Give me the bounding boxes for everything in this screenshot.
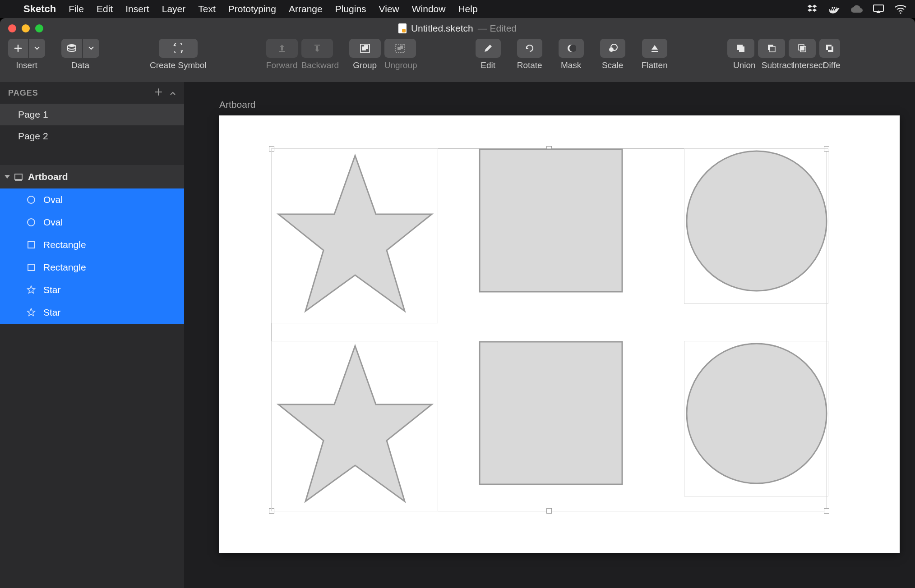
docker-icon[interactable] bbox=[828, 3, 840, 15]
svg-rect-0 bbox=[873, 5, 883, 11]
window-zoom-button[interactable] bbox=[35, 24, 43, 32]
menu-file[interactable]: File bbox=[69, 4, 84, 14]
menu-plugins[interactable]: Plugins bbox=[335, 4, 366, 14]
canvas[interactable]: Artboard bbox=[184, 82, 915, 588]
macos-menubar: Sketch File Edit Insert Layer Text Proto… bbox=[0, 0, 915, 18]
oval-icon bbox=[26, 195, 36, 205]
layer-item-star-2[interactable]: Star bbox=[0, 301, 184, 324]
star-icon bbox=[26, 285, 36, 295]
layer-item-rectangle-1[interactable]: Rectangle bbox=[0, 234, 184, 256]
scale-label: Scale bbox=[602, 60, 624, 70]
menu-window[interactable]: Window bbox=[412, 4, 446, 14]
document-edited-indicator: — Edited bbox=[478, 23, 517, 34]
artboard-section-label: Artboard bbox=[28, 171, 68, 182]
pages-label: PAGES bbox=[8, 88, 38, 98]
svg-rect-16 bbox=[739, 46, 744, 52]
layer-item-oval-2[interactable]: Oval bbox=[0, 211, 184, 234]
svg-rect-25 bbox=[28, 264, 34, 271]
star-icon bbox=[26, 308, 36, 317]
edit-button[interactable] bbox=[476, 39, 501, 58]
artboard-section-header[interactable]: Artboard bbox=[0, 165, 184, 188]
create-symbol-button[interactable] bbox=[159, 39, 198, 58]
pages-header: PAGES bbox=[0, 82, 184, 104]
window-minimize-button[interactable] bbox=[22, 24, 30, 32]
edit-label: Edit bbox=[481, 60, 495, 70]
forward-button[interactable] bbox=[266, 39, 298, 58]
layer-item-rectangle-2[interactable]: Rectangle bbox=[0, 256, 184, 279]
subtract-button[interactable] bbox=[758, 39, 785, 58]
shape-star-2[interactable] bbox=[271, 341, 438, 511]
intersect-button[interactable] bbox=[789, 39, 816, 58]
svg-point-23 bbox=[28, 219, 35, 226]
scale-button[interactable] bbox=[600, 39, 625, 58]
document-icon bbox=[398, 23, 407, 33]
airplay-icon[interactable] bbox=[873, 4, 884, 14]
shape-rectangle-1[interactable] bbox=[479, 148, 623, 304]
rotate-button[interactable] bbox=[517, 39, 542, 58]
page-item-page-1[interactable]: Page 1 bbox=[0, 104, 184, 125]
layer-item-oval-1[interactable]: Oval bbox=[0, 188, 184, 211]
artboard-title[interactable]: Artboard bbox=[219, 99, 256, 110]
oval-icon bbox=[26, 217, 36, 227]
layer-item-label: Star bbox=[43, 285, 61, 295]
menu-arrange[interactable]: Arrange bbox=[289, 4, 323, 14]
svg-rect-21 bbox=[15, 174, 22, 179]
shape-oval-1[interactable] bbox=[684, 148, 828, 304]
shape-oval-2[interactable] bbox=[684, 341, 828, 496]
svg-rect-26 bbox=[480, 149, 622, 292]
page-item-label: Page 1 bbox=[18, 109, 48, 120]
group-label: Group bbox=[349, 60, 381, 70]
add-page-button[interactable] bbox=[154, 88, 162, 98]
rectangle-icon bbox=[26, 262, 36, 272]
cloud-icon[interactable] bbox=[850, 5, 863, 14]
menu-edit[interactable]: Edit bbox=[97, 4, 113, 14]
artboard[interactable] bbox=[219, 115, 900, 553]
data-label: Data bbox=[71, 60, 89, 70]
layer-item-star-1[interactable]: Star bbox=[0, 279, 184, 301]
data-dropdown-button[interactable] bbox=[83, 39, 99, 58]
page-item-page-2[interactable]: Page 2 bbox=[0, 125, 184, 147]
menu-text[interactable]: Text bbox=[198, 4, 216, 14]
ungroup-button[interactable] bbox=[384, 39, 416, 58]
menu-prototyping[interactable]: Prototyping bbox=[228, 4, 276, 14]
shape-star-1[interactable] bbox=[271, 148, 438, 323]
mask-button[interactable] bbox=[559, 39, 584, 58]
page-item-label: Page 2 bbox=[18, 131, 48, 142]
insert-label: Insert bbox=[16, 60, 37, 70]
difference-button[interactable] bbox=[819, 39, 840, 58]
union-button[interactable] bbox=[727, 39, 754, 58]
svg-rect-24 bbox=[28, 242, 34, 248]
backward-label: Backward bbox=[301, 60, 333, 70]
svg-rect-28 bbox=[480, 342, 622, 484]
union-label: Union bbox=[731, 60, 758, 70]
insert-button[interactable] bbox=[8, 39, 28, 58]
artboard-icon bbox=[14, 173, 23, 181]
app-window: Untitled.sketch — Edited Insert bbox=[0, 18, 915, 588]
intersect-label: Intersect bbox=[792, 60, 819, 70]
mask-label: Mask bbox=[561, 60, 581, 70]
toolbar: Insert Data Create Symbol bbox=[0, 39, 915, 82]
selection-handle-br[interactable] bbox=[824, 508, 829, 514]
shape-rectangle-2[interactable] bbox=[479, 341, 623, 496]
window-close-button[interactable] bbox=[8, 24, 16, 32]
wifi-icon[interactable] bbox=[894, 4, 907, 14]
svg-point-22 bbox=[28, 196, 35, 203]
flatten-button[interactable] bbox=[642, 39, 667, 58]
app-name[interactable]: Sketch bbox=[23, 3, 56, 15]
collapse-pages-button[interactable] bbox=[170, 88, 176, 98]
backward-button[interactable] bbox=[301, 39, 333, 58]
menu-insert[interactable]: Insert bbox=[125, 4, 149, 14]
svg-rect-3 bbox=[279, 51, 285, 52]
insert-dropdown-button[interactable] bbox=[29, 39, 45, 58]
menu-layer[interactable]: Layer bbox=[162, 4, 186, 14]
group-button[interactable] bbox=[349, 39, 381, 58]
data-button[interactable] bbox=[61, 39, 82, 58]
document-filename: Untitled.sketch bbox=[411, 23, 473, 34]
menu-view[interactable]: View bbox=[379, 4, 399, 14]
dropbox-icon[interactable] bbox=[807, 3, 818, 15]
menu-help[interactable]: Help bbox=[458, 4, 477, 14]
selection-handle-bm[interactable] bbox=[546, 508, 552, 514]
difference-label: Diffe bbox=[823, 60, 836, 70]
svg-point-2 bbox=[68, 44, 76, 47]
svg-rect-10 bbox=[400, 46, 403, 49]
